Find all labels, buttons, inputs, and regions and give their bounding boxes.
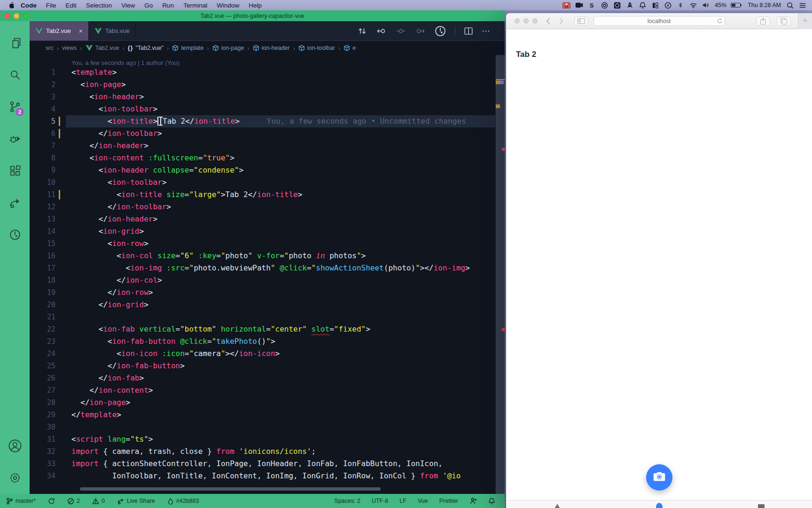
new-tab-button[interactable]: + (798, 13, 812, 29)
speaker-menu-icon[interactable] (701, 1, 710, 9)
more-actions-icon[interactable]: ⋯ (482, 26, 491, 36)
status-item-#42b883[interactable]: #42b883 (167, 498, 199, 505)
breadcrumb-item-ion-header[interactable]: ion-header (253, 45, 290, 51)
scm-changes-badge: 2 (16, 108, 24, 116)
nav-forward-icon[interactable] (414, 25, 426, 37)
code-text: </ion-grid> (66, 299, 505, 311)
zoom-window-button[interactable] (532, 18, 538, 24)
status-item-2[interactable]: 2 (67, 498, 80, 505)
bell-menu-icon[interactable] (638, 1, 647, 9)
spiral-menu-icon[interactable] (600, 1, 609, 9)
activity-bar-extensions-icon[interactable] (0, 155, 30, 187)
film-menu-icon[interactable] (562, 1, 571, 9)
breadcrumb-item-ion-page[interactable]: ion-page (212, 45, 244, 51)
address-bar[interactable]: localhost (593, 16, 725, 26)
breadcrumb-item-ion-toolbar[interactable]: ion-toolbar (298, 45, 335, 51)
ruler-error-mark (502, 328, 505, 331)
menu-item-window[interactable]: Window (212, 0, 244, 10)
status-item-utf-8[interactable]: UTF-8 (372, 498, 388, 504)
minimize-window-button[interactable] (14, 13, 19, 19)
overview-ruler-scrollbar[interactable] (495, 55, 505, 494)
control-center-icon[interactable] (798, 1, 807, 9)
status-item-master-[interactable]: master* (6, 497, 36, 505)
editor-tab-tab2.vue[interactable]: Tab2.vue× (30, 21, 89, 40)
menu-bar-clock[interactable]: Thu 8:28 AM (744, 2, 782, 8)
rocket-menu-icon[interactable] (625, 1, 634, 9)
ionic-tab-tab-2[interactable]: Tab 2 (608, 500, 710, 508)
page-title: Tab 2 (516, 50, 536, 59)
breadcrumb-label: ion-header (262, 45, 290, 51)
menu-item-file[interactable]: File (41, 0, 61, 10)
bluetooth-menu-icon[interactable] (676, 1, 685, 9)
reload-icon[interactable] (717, 18, 722, 24)
menu-item-code[interactable]: Code (16, 0, 41, 10)
web-page-content: Tab 2 Tab 1Tab 2Tab 3 (506, 29, 812, 508)
nav-back-icon[interactable] (376, 25, 387, 37)
activity-bar-run-debug-icon[interactable] (0, 123, 30, 155)
status-item-person[interactable] (469, 497, 477, 505)
activity-bar-live-share-icon[interactable] (0, 187, 30, 219)
activity-bar-account-icon[interactable] (0, 430, 30, 462)
camera-fab-button[interactable] (646, 464, 672, 491)
spotlight-icon[interactable] (785, 1, 795, 9)
menu-item-go[interactable]: Go (140, 0, 157, 10)
status-item-bell[interactable] (488, 497, 495, 505)
back-button[interactable] (543, 16, 553, 26)
code-text: import { actionSheetController, IonPage,… (66, 458, 505, 470)
apple-menu-icon[interactable] (7, 1, 16, 9)
share-button[interactable] (756, 16, 770, 26)
close-window-button[interactable] (4, 13, 10, 19)
menu-item-view[interactable]: View (117, 0, 140, 10)
activity-bar-timer-icon[interactable] (0, 219, 30, 251)
activity-bar-settings-icon[interactable] (0, 462, 30, 494)
breadcrumb: src›views›Tab2.vue›{}"Tab2.vue"›template… (30, 41, 505, 55)
line-number: 21 (30, 313, 66, 321)
status-item-0[interactable]: 0 (92, 498, 105, 505)
close-tab-icon[interactable]: × (79, 27, 83, 35)
split-editor-icon[interactable] (463, 26, 474, 36)
activity-bar-explorer-icon[interactable] (0, 27, 30, 59)
compare-changes-icon[interactable] (357, 25, 368, 37)
ionic-tab-tab-3[interactable]: Tab 3 (710, 500, 812, 508)
compass-menu-icon[interactable] (663, 1, 672, 9)
status-item-spaces-2[interactable]: Spaces: 2 (334, 498, 360, 504)
menu-item-edit[interactable]: Edit (61, 0, 81, 10)
close-window-button[interactable] (515, 18, 520, 24)
horizontal-scrollbar[interactable] (80, 487, 381, 491)
editor-tab-tabs.vue[interactable]: Tabs.vue (89, 21, 136, 40)
menu-item-selection[interactable]: Selection (81, 0, 117, 10)
videocam-menu-icon[interactable] (574, 1, 584, 9)
breadcrumb-item-template[interactable]: template (172, 45, 203, 51)
zoom-window-button[interactable] (23, 13, 29, 19)
cam-box-menu-icon[interactable] (612, 1, 622, 9)
breadcrumb-item-e[interactable]: e (344, 45, 356, 51)
menu-item-run[interactable]: Run (157, 0, 179, 10)
timer-icon[interactable] (434, 24, 447, 38)
breadcrumb-item--tab2-vue-[interactable]: {}"Tab2.vue" (128, 45, 164, 51)
code-text: <ion-grid> (66, 225, 505, 238)
forward-button[interactable] (556, 16, 566, 26)
wifi-menu-icon[interactable] (688, 1, 698, 9)
menu-item-terminal[interactable]: Terminal (179, 0, 212, 10)
status-item-vue[interactable]: Vue (418, 498, 428, 504)
status-item-lf[interactable]: LF (399, 498, 406, 504)
menu-item-help[interactable]: Help (244, 0, 266, 10)
status-item-prettier[interactable]: Prettier (439, 498, 458, 504)
ionic-tab-tab-1[interactable]: Tab 1 (506, 500, 608, 508)
activity-bar-search-icon[interactable] (0, 59, 30, 91)
status-item-sync[interactable] (48, 498, 55, 505)
sidebar-toggle-button[interactable] (574, 16, 588, 26)
breadcrumb-item-src[interactable]: src (46, 45, 54, 51)
show-tabs-button[interactable] (777, 16, 791, 26)
status-item-label: master* (16, 498, 36, 504)
minimize-window-button[interactable] (523, 18, 529, 24)
breadcrumb-item-views[interactable]: views (62, 45, 77, 51)
breadcrumb-item-tab2-vue[interactable]: Tab2.vue (86, 45, 119, 51)
activity-bar-source-control-icon[interactable]: 2 (0, 91, 30, 123)
code-editor[interactable]: You, a few seconds ago | 1 author (You) … (30, 55, 505, 494)
letter-s-menu-icon[interactable]: S (587, 1, 596, 9)
nav-center-icon[interactable] (395, 25, 406, 37)
split-bars-menu-icon[interactable] (650, 1, 660, 9)
vscode-title-bar[interactable]: Tab2.vue — photo-gallery-capacitor-vue (0, 10, 505, 21)
status-item-live-share[interactable]: Live Share (117, 497, 155, 505)
